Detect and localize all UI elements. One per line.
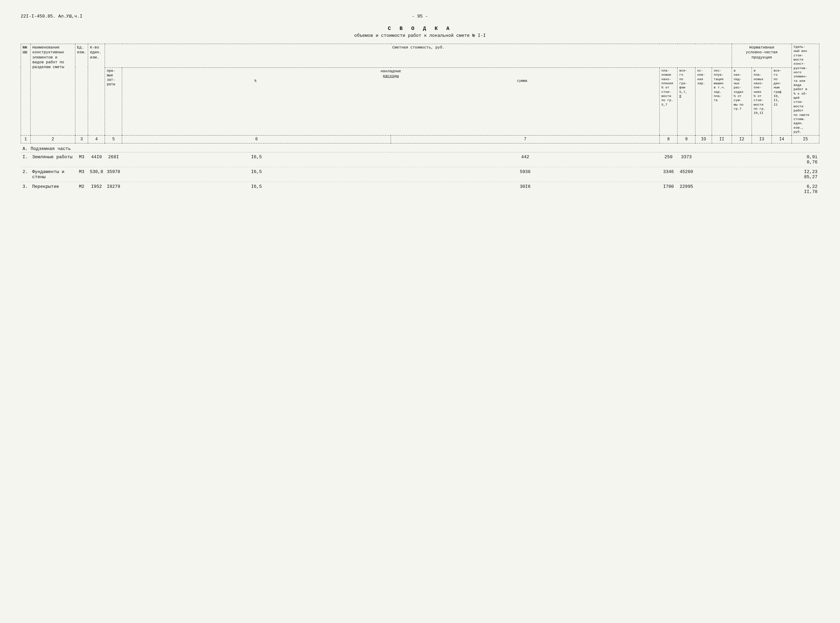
data-row-1: I. Земляные работы М3 44I0 268I I6,5 442… xyxy=(21,152,819,167)
row3-num: 3. xyxy=(21,182,31,197)
row2-eks xyxy=(712,167,732,182)
col-sub-nakl: накладныерасходы%сумма xyxy=(122,68,660,135)
doc-page: - 95 - xyxy=(82,14,757,19)
col-sub-vse: все-гопогра-фам5,7,8 xyxy=(677,68,696,135)
row1-udel: 0,9i0,76 xyxy=(792,152,819,167)
col-sub-norm-nakh: внак-лад-ныхрас-ходах% отсум-мы погр.7 xyxy=(732,68,752,135)
table-wrapper: №№ШШ Наименованиеконструктивныхэлементов… xyxy=(21,44,819,196)
col-numbers-row: 1 2 3 4 5 6 7 8 9 IO II I2 I3 I4 I5 xyxy=(21,135,819,143)
row2-num: 2. xyxy=(21,167,31,182)
col-n-7: 7 xyxy=(391,135,660,143)
row3-norm2 xyxy=(752,182,772,197)
row1-eks xyxy=(712,152,732,167)
col-n-8: 8 xyxy=(660,135,677,143)
col-sub-os: ос-нов-наязар. xyxy=(696,68,712,135)
row3-norm3 xyxy=(772,182,792,197)
row3-ed: М2 xyxy=(75,182,88,197)
col-n-5: 5 xyxy=(105,135,122,143)
row2-os xyxy=(696,167,712,182)
col-header-smeta: Сметная стоимость, руб. xyxy=(105,44,732,68)
row1-plan: 250 xyxy=(660,152,677,167)
row2-vse: 45260 xyxy=(677,167,696,182)
row2-norm1 xyxy=(732,167,752,182)
row2-name: Фундаменты истены xyxy=(31,167,75,182)
col-n-11: II xyxy=(712,135,732,143)
col-sub-norm-vse: все-гоподан-нымграфI0,II,I2 xyxy=(772,68,792,135)
col-n-4: 4 xyxy=(88,135,105,143)
row2-plan: 3346 xyxy=(660,167,677,182)
row3-nakl-sum: 30I6 xyxy=(391,182,660,197)
row1-num: I. xyxy=(21,152,31,167)
col-header-name: Наименованиеконструктивныхэлементов ивид… xyxy=(31,44,75,135)
row2-norm2 xyxy=(752,167,772,182)
section-a-title: А. Подземная часть xyxy=(21,143,819,152)
col-n-10: IO xyxy=(696,135,712,143)
row3-vse: 22995 xyxy=(677,182,696,197)
header-row-1: №№ШШ Наименованиеконструктивныхэлементов… xyxy=(21,44,819,68)
row2-ed: М3 xyxy=(75,167,88,182)
header-row-2: пря-мыезат-раты накладныерасходы%сумма п… xyxy=(21,68,819,135)
row3-norm1 xyxy=(732,182,752,197)
col-n-6: 6 xyxy=(122,135,391,143)
col-n-3: 3 xyxy=(75,135,88,143)
row1-vse: 3373 xyxy=(677,152,696,167)
col-n-12: I2 xyxy=(732,135,752,143)
col-header-num: №№ШШ xyxy=(21,44,31,135)
row3-eks xyxy=(712,182,732,197)
row3-plan: I700 xyxy=(660,182,677,197)
col-sub-norm-plan: впла-новыхнако-пле-ниях% отстои-мостипо … xyxy=(752,68,772,135)
row2-pr: 35978 xyxy=(105,167,122,182)
data-row-2: 2. Фундаменты истены М3 530,8 35978 I6,5… xyxy=(21,167,819,182)
doc-subtitle: объемов и стоимости работ к локальной см… xyxy=(21,33,819,38)
row2-norm3 xyxy=(772,167,792,182)
row1-ed: М3 xyxy=(75,152,88,167)
col-n-13: I3 xyxy=(752,135,772,143)
row1-nakl-sum: 442 xyxy=(391,152,660,167)
col-n-2: 2 xyxy=(31,135,75,143)
row1-kvo: 44I0 xyxy=(88,152,105,167)
row1-norm2 xyxy=(752,152,772,167)
row1-os xyxy=(696,152,712,167)
row3-kvo: I952 xyxy=(88,182,105,197)
col-header-ed: Ед.изм. xyxy=(75,44,88,135)
row2-nakl-sum: 5936 xyxy=(391,167,660,182)
col-sub-plan: пла-новыенако-пления% отстои-мостипо гр.… xyxy=(660,68,677,135)
col-n-9: 9 xyxy=(677,135,696,143)
row3-name: Перекрытие xyxy=(31,182,75,197)
row3-pr: I8279 xyxy=(105,182,122,197)
col-sub-eks: экс-плуа-тациямашинв т.ч.зар.пла-та xyxy=(712,68,732,135)
col-n-14: I4 xyxy=(772,135,792,143)
doc-title: С В О Д К А xyxy=(21,26,819,32)
row1-name: Земляные работы xyxy=(31,152,75,167)
row1-nakl-pct: I6,5 xyxy=(122,152,391,167)
row3-nakl-pct: I6,5 xyxy=(122,182,391,197)
col-header-norm: Нормативнаяусловно-чистаяпродукция xyxy=(732,44,792,68)
row1-norm3 xyxy=(772,152,792,167)
section-header-a: А. Подземная часть xyxy=(21,143,819,152)
doc-id: 22I-I-450.85. Ал.УШ,ч.I xyxy=(21,14,82,19)
main-table: №№ШШ Наименованиеконструктивныхэлементов… xyxy=(21,44,819,196)
col-n-15: I5 xyxy=(792,135,819,143)
col-header-kvo: К-воедин.изм. xyxy=(88,44,105,135)
row3-udel: 6,22II,78 xyxy=(792,182,819,197)
data-row-3: 3. Перекрытие М2 I952 I8279 I6,5 30I6 I7… xyxy=(21,182,819,197)
col-sub-pr: пря-мыезат-раты xyxy=(105,68,122,135)
row1-norm1 xyxy=(732,152,752,167)
row2-kvo: 530,8 xyxy=(88,167,105,182)
row2-udel: I2,2385,27 xyxy=(792,167,819,182)
row3-os xyxy=(696,182,712,197)
row1-pr: 268I xyxy=(105,152,122,167)
col-header-udel: Удель-ный весстои-мостиконст-руктив-ного… xyxy=(792,44,819,135)
col-n-1: 1 xyxy=(21,135,31,143)
row2-nakl-pct: I6,5 xyxy=(122,167,391,182)
doc-header: 22I-I-450.85. Ал.УШ,ч.I - 95 - xyxy=(21,14,819,19)
doc-title-block: С В О Д К А объемов и стоимости работ к … xyxy=(21,26,819,38)
